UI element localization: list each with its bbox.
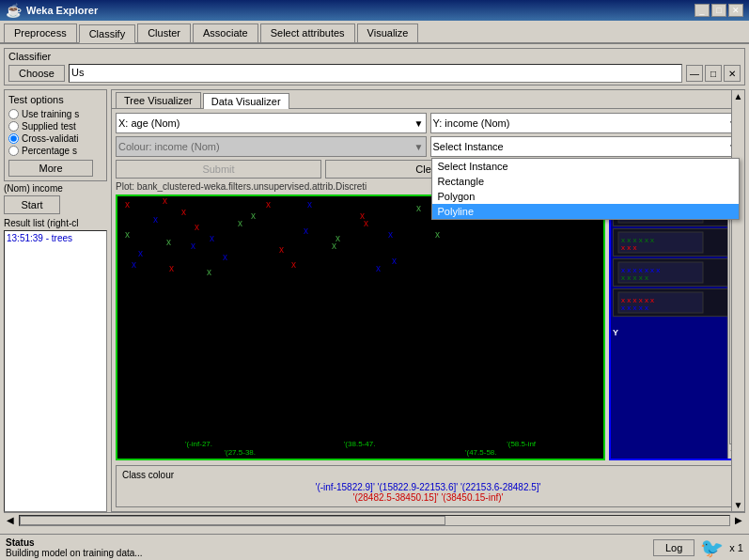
status-text: Building model on training data... <box>6 548 143 558</box>
tab-visualize[interactable]: Visualize <box>357 23 419 42</box>
thumb-y-label: Y <box>613 328 618 337</box>
dropdown-polygon[interactable]: Polygon <box>432 189 740 204</box>
svg-text:x: x <box>195 222 199 232</box>
tab-data-visualizer[interactable]: Data Visualizer <box>203 93 289 109</box>
y-axis-label: Y: income (Nom) <box>433 117 510 129</box>
minimize-button[interactable]: _ <box>694 4 710 17</box>
tab-associate[interactable]: Associate <box>193 23 258 42</box>
svg-text:x: x <box>279 244 284 255</box>
svg-text:x: x <box>138 248 143 258</box>
h-scroll-left[interactable]: ◀ <box>4 515 17 525</box>
tab-classify[interactable]: Classify <box>79 24 136 43</box>
classifier-close-btn[interactable]: ✕ <box>724 65 741 82</box>
color-arrow: ▼ <box>414 142 424 152</box>
radio-cross-validate: Cross-validati <box>8 133 102 144</box>
y-axis-select[interactable]: Y: income (Nom) ▼ <box>430 113 741 133</box>
result-list-box[interactable]: 13:51:39 - trees <box>4 230 107 512</box>
svg-text:x: x <box>191 241 195 251</box>
maximize-button[interactable]: □ <box>711 4 726 17</box>
svg-text:x: x <box>416 203 421 213</box>
svg-text:x: x <box>251 210 256 221</box>
result-item[interactable]: 13:51:39 - trees <box>7 233 104 243</box>
classifier-restore-btn[interactable]: □ <box>705 65 722 82</box>
scatter-svg: x x x x x x x x x x x x x <box>117 196 603 438</box>
x1-label: x 1 <box>729 542 743 553</box>
right-scrollbar: ▲ ▼ <box>731 90 744 511</box>
svg-text:x: x <box>210 233 214 243</box>
thumb-items: x x x x x x x x x x x x x x x x x x x x <box>611 196 739 459</box>
class-colour-title: Class colour <box>122 470 734 480</box>
status-title: Status <box>6 537 143 548</box>
viz-tab-bar: Tree Visualizer Data Visualizer <box>112 90 744 109</box>
dropdown-rectangle[interactable]: Rectangle <box>432 174 740 189</box>
svg-text:x: x <box>153 214 158 225</box>
status-bar: Status Building model on training data..… <box>0 534 749 560</box>
radio-percentage: Percentage s <box>8 146 102 156</box>
thumb-item-4[interactable]: x x x x x x x x x x x <box>613 288 737 317</box>
classifier-label: Classifier <box>8 51 741 62</box>
tab-tree-visualizer[interactable]: Tree Visualizer <box>116 92 201 108</box>
radio-supplied-test-label: Supplied test <box>22 121 76 132</box>
radio-cross-validate-input[interactable] <box>8 133 19 144</box>
instance-select[interactable]: Select Instance ▼ Select Instance Rectan… <box>430 136 741 157</box>
svg-text:x: x <box>266 199 271 210</box>
svg-text:x: x <box>307 199 312 210</box>
svg-text:x: x <box>388 229 393 240</box>
classifier-section: Classifier Choose Us — □ ✕ <box>4 48 745 86</box>
svg-text:x: x <box>163 196 167 206</box>
tab-cluster[interactable]: Cluster <box>137 23 191 42</box>
tab-select-attributes[interactable]: Select attributes <box>260 23 355 42</box>
classifier-minimize-btn[interactable]: — <box>686 65 703 82</box>
scatter-x-labels: '(-inf-27. '(38.5-47. '(58.5-inf '(27.5-… <box>117 438 603 459</box>
class-colour-box: Class colour '(-inf-15822.9]' '(15822.9-… <box>116 465 741 507</box>
tab-preprocess[interactable]: Preprocess <box>4 23 77 42</box>
window-title: Weka Explorer <box>26 5 98 16</box>
close-button[interactable]: ✕ <box>728 4 743 17</box>
svg-text:x: x <box>223 252 227 262</box>
right-scroll-up[interactable]: ▲ <box>733 90 744 102</box>
status-left: Status Building model on training data..… <box>6 537 143 558</box>
class-colour-row1: '(-inf-15822.9]' '(15822.9-22153.6]' '(2… <box>122 482 734 492</box>
title-bar-controls: _ □ ✕ <box>694 4 743 17</box>
svg-text:x   x   x: x x x <box>621 243 636 252</box>
radio-use-training-input[interactable] <box>8 109 19 119</box>
svg-text:x: x <box>304 226 308 236</box>
start-button[interactable]: Start <box>4 195 60 214</box>
thumb-item-2[interactable]: x x x x x x x x x <box>613 228 737 257</box>
h-scrollbar-container: ◀ ▶ <box>4 512 745 527</box>
x-axis-label: X: age (Nom) <box>118 117 179 129</box>
dropdown-select-instance[interactable]: Select Instance <box>432 159 740 174</box>
title-bar: ☕ Weka Explorer _ □ ✕ <box>0 0 749 21</box>
h-scroll-track[interactable] <box>19 515 730 526</box>
classifier-text-box[interactable]: Us <box>69 64 682 83</box>
radio-cross-validate-label: Cross-validati <box>22 133 79 144</box>
lower-area: Test options Use training s Supplied tes… <box>4 89 745 512</box>
color-select[interactable]: Colour: income (Nom) ▼ <box>116 136 427 157</box>
classifier-row: Choose Us — □ ✕ <box>8 64 741 83</box>
scatter-plot[interactable]: x x x x x x x x x x x x x <box>116 194 605 460</box>
instance-label: Select Instance <box>433 141 504 152</box>
submit-button[interactable]: Submit <box>116 160 321 179</box>
radio-supplied-test-input[interactable] <box>8 121 19 132</box>
svg-text:x: x <box>169 263 174 273</box>
h-scroll-right[interactable]: ▶ <box>732 515 745 525</box>
svg-text:x: x <box>364 218 368 228</box>
h-scroll-thumb[interactable] <box>20 516 445 525</box>
svg-text:x: x <box>335 233 340 243</box>
main-tab-bar: Preprocess Classify Cluster Associate Se… <box>0 21 749 44</box>
svg-text:x x   x x x: x x x x x <box>621 303 648 312</box>
svg-text:x: x <box>392 256 397 266</box>
x-axis-select[interactable]: X: age (Nom) ▼ <box>116 113 427 133</box>
log-button[interactable]: Log <box>653 539 694 556</box>
right-scroll-down[interactable]: ▼ <box>733 499 744 511</box>
more-button[interactable]: More <box>8 160 93 177</box>
choose-button[interactable]: Choose <box>8 65 65 82</box>
thumb-item-3[interactable]: x x x x x x x x x x x x <box>613 258 737 287</box>
dropdown-polyline[interactable]: Polyline <box>432 204 740 219</box>
radio-percentage-label: Percentage s <box>22 146 77 156</box>
svg-text:x: x <box>132 259 136 270</box>
svg-text:x: x <box>376 263 381 273</box>
radio-use-training-label: Use training s <box>22 109 79 119</box>
status-right: Log 🐦 x 1 <box>653 537 743 559</box>
radio-percentage-input[interactable] <box>8 146 19 156</box>
